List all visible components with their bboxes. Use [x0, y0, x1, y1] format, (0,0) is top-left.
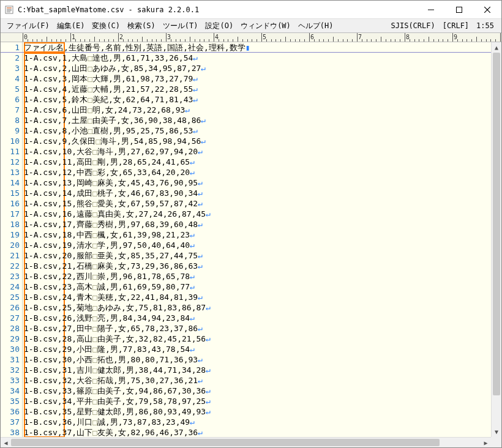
line-content[interactable]: 1-A.csv,1,大島□達也,男,61,71,33,26,54↵ [23, 53, 198, 63]
editor-line[interactable]: 191-A.csv,18,中西□楓,女,61,39,98,21,23↵ [1, 230, 491, 240]
editor-line[interactable]: 311-B.csv,30,小西□拓也,男,80,80,71,36,93↵ [1, 354, 491, 365]
editor-line[interactable]: 351-B.csv,34,平井□由美子,女,79,58,78,97,25↵ [1, 396, 491, 406]
editor-line[interactable]: 151-A.csv,14,成田□桃子,女,46,67,83,90,34↵ [1, 188, 491, 198]
menu-search[interactable]: 検索(S) [124, 20, 159, 32]
line-content[interactable]: 1-B.csv,34,平井□由美子,女,79,58,78,97,25↵ [23, 396, 211, 406]
line-content[interactable]: 1-B.csv,37,山下□友美,女,82,96,46,37,36↵ [23, 427, 203, 437]
editor-line[interactable]: 301-B.csv,29,小田□隆,男,77,83,43,78,54↵ [1, 344, 491, 354]
editor-line[interactable]: 111-A.csv,10,大谷□海斗,男,27,62,97,94,20↵ [1, 146, 491, 157]
line-content[interactable]: 1-B.csv,30,小西□拓也,男,80,80,71,36,93↵ [23, 354, 203, 365]
line-content[interactable]: 1-A.csv,8,小池□直樹,男,95,25,75,86,53↵ [23, 125, 198, 136]
editor-line[interactable]: 251-B.csv,24,青木□美穂,女,22,41,84,81,39↵ [1, 292, 491, 302]
menu-window[interactable]: ウィンドウ(W) [237, 20, 294, 32]
line-content[interactable]: 1-B.csv,24,青木□美穂,女,22,41,84,81,39↵ [23, 292, 203, 302]
scrollbar-vertical[interactable]: ▲ ▼ [491, 42, 501, 437]
editor-line[interactable]: 131-A.csv,12,中西□彩,女,65,33,64,20,20↵ [1, 167, 491, 177]
editor-line[interactable]: 21-A.csv,1,大島□達也,男,61,71,33,26,54↵ [1, 53, 491, 63]
line-content[interactable]: 1-B.csv,29,小田□隆,男,77,83,43,78,54↵ [23, 344, 195, 354]
scroll-thumb-v[interactable] [493, 53, 500, 395]
menu-edit[interactable]: 編集(E) [53, 20, 89, 32]
line-content[interactable]: 1-A.csv,10,大谷□海斗,男,27,62,97,94,20↵ [23, 146, 203, 157]
line-content[interactable]: 1-B.csv,31,吉川□健太郎,男,38,44,71,34,28↵ [23, 365, 211, 375]
line-content[interactable]: 1-A.csv,11,高田□剛,男,28,65,24,41,65↵ [23, 157, 195, 167]
menu-help[interactable]: ヘルプ(H) [294, 20, 337, 32]
scroll-left-icon[interactable]: ◀ [1, 438, 11, 448]
editor-line[interactable]: 271-B.csv,26,浅野□亮,男,84,34,94,23,84↵ [1, 313, 491, 323]
editor-line[interactable]: 291-B.csv,28,高山□由美子,女,32,82,45,21,56↵ [1, 334, 491, 344]
editor-line[interactable]: 231-B.csv,22,西川□崇,男,96,81,78,65,78↵ [1, 271, 491, 282]
line-content[interactable]: 1-B.csv,26,浅野□亮,男,84,34,94,23,84↵ [23, 313, 195, 323]
line-number: 36 [1, 406, 23, 417]
editor-line[interactable]: 321-B.csv,31,吉川□健太郎,男,38,44,71,34,28↵ [1, 365, 491, 375]
line-content[interactable]: 1-A.csv,12,中西□彩,女,65,33,64,20,20↵ [23, 167, 195, 177]
editor-line[interactable]: 1ファイル名,生徒番号,名前,性別,英語,国語,社会,理科,数学▮ [1, 42, 491, 53]
scroll-down-icon[interactable]: ▼ [492, 427, 501, 437]
window-title: C:¥bat_sapmle¥matome.csv - sakura 2.2.0.… [18, 6, 417, 14]
close-button[interactable] [473, 1, 501, 19]
line-content[interactable]: 1-A.csv,19,清水□学,男,97,50,40,64,40↵ [23, 240, 195, 250]
line-content[interactable]: 1-B.csv,36,川口□誠,男,73,87,83,23,49↵ [23, 417, 195, 427]
editor-line[interactable]: 71-A.csv,6,山田□明,女,24,73,22,68,93↵ [1, 105, 491, 115]
line-content[interactable]: 1-B.csv,23,高木□誠,男,61,69,59,80,77↵ [23, 282, 195, 292]
line-content[interactable]: 1-A.csv,2,山田□あゆみ,女,85,34,95,87,27↵ [23, 63, 206, 73]
line-content[interactable]: ファイル名,生徒番号,名前,性別,英語,国語,社会,理科,数学▮ [23, 42, 250, 52]
line-content[interactable]: 1-B.csv,28,高山□由美子,女,32,82,45,21,56↵ [23, 334, 211, 344]
scrollbar-horizontal[interactable]: ◀ ▶ [1, 437, 491, 447]
line-content[interactable]: 1-B.csv,21,石橋□麻美,女,73,29,36,86,63↵ [23, 261, 203, 271]
menu-tool[interactable]: ツール(T) [159, 20, 202, 32]
scroll-right-icon[interactable]: ▶ [481, 438, 491, 448]
editor-line[interactable]: 381-B.csv,37,山下□友美,女,82,96,46,37,36↵ [1, 427, 491, 437]
line-content[interactable]: 1-A.csv,15,熊谷□愛美,女,67,59,57,87,42↵ [23, 198, 203, 209]
status-encoding: SJIS(CRLF) [391, 21, 435, 30]
line-content[interactable]: 1-A.csv,20,服部□亜美,女,85,35,27,44,75↵ [23, 250, 203, 261]
line-content[interactable]: 1-A.csv,13,岡崎□麻美,女,45,43,76,90,95↵ [23, 177, 203, 188]
line-content[interactable]: 1-A.csv,17,齊藤□秀樹,男,97,68,39,60,48↵ [23, 219, 203, 230]
editor-line[interactable]: 281-B.csv,27,田中□陽子,女,65,78,23,37,86↵ [1, 323, 491, 334]
editor-line[interactable]: 91-A.csv,8,小池□直樹,男,95,25,75,86,53↵ [1, 125, 491, 136]
line-content[interactable]: 1-A.csv,3,岡本□大輝,男,61,98,73,27,79↵ [23, 73, 198, 84]
editor-line[interactable]: 181-A.csv,17,齊藤□秀樹,男,97,68,39,60,48↵ [1, 219, 491, 230]
line-content[interactable]: 1-A.csv,4,近藤□大輔,男,21,57,22,28,55↵ [23, 84, 198, 94]
editor-line[interactable]: 371-B.csv,36,川口□誠,男,73,87,83,23,49↵ [1, 417, 491, 427]
line-number: 28 [1, 323, 23, 334]
line-content[interactable]: 1-A.csv,9,久保田□海斗,男,54,85,98,94,56↵ [23, 136, 206, 146]
line-content[interactable]: 1-A.csv,5,鈴木□美紀,女,62,64,71,81,43↵ [23, 94, 198, 105]
editor-line[interactable]: 331-B.csv,32,大谷□拓哉,男,75,30,27,36,21↵ [1, 375, 491, 386]
editor-line[interactable]: 161-A.csv,15,熊谷□愛美,女,67,59,57,87,42↵ [1, 198, 491, 209]
editor-line[interactable]: 201-A.csv,19,清水□学,男,97,50,40,64,40↵ [1, 240, 491, 250]
editor-line[interactable]: 241-B.csv,23,高木□誠,男,61,69,59,80,77↵ [1, 282, 491, 292]
line-content[interactable]: 1-A.csv,6,山田□明,女,24,73,22,68,93↵ [23, 105, 190, 115]
editor-line[interactable]: 141-A.csv,13,岡崎□麻美,女,45,43,76,90,95↵ [1, 177, 491, 188]
editor-line[interactable]: 81-A.csv,7,土屋□由美子,女,36,90,38,48,86↵ [1, 115, 491, 125]
editor-line[interactable]: 61-A.csv,5,鈴木□美紀,女,62,64,71,81,43↵ [1, 94, 491, 105]
editor-line[interactable]: 171-A.csv,16,遠藤□真由美,女,27,24,26,87,45↵ [1, 209, 491, 219]
editor-line[interactable]: 41-A.csv,3,岡本□大輝,男,61,98,73,27,79↵ [1, 73, 491, 84]
scroll-thumb-h[interactable] [11, 439, 440, 446]
line-content[interactable]: 1-A.csv,7,土屋□由美子,女,36,90,38,48,86↵ [23, 115, 206, 125]
editor-line[interactable]: 361-B.csv,35,星野□健太郎,男,86,80,93,49,93↵ [1, 406, 491, 417]
menu-file[interactable]: ファイル(F) [3, 20, 53, 32]
line-content[interactable]: 1-B.csv,32,大谷□拓哉,男,75,30,27,36,21↵ [23, 375, 203, 386]
editor-line[interactable]: 31-A.csv,2,山田□あゆみ,女,85,34,95,87,27↵ [1, 63, 491, 73]
scroll-up-icon[interactable]: ▲ [492, 42, 501, 53]
line-content[interactable]: 1-B.csv,25,菊地□あゆみ,女,75,81,83,86,87↵ [23, 302, 211, 313]
editor-line[interactable]: 211-A.csv,20,服部□亜美,女,85,35,27,44,75↵ [1, 250, 491, 261]
editor-line[interactable]: 341-B.csv,33,篠原□由美子,女,94,86,67,30,36↵ [1, 386, 491, 396]
editor-line[interactable]: 101-A.csv,9,久保田□海斗,男,54,85,98,94,56↵ [1, 136, 491, 146]
line-content[interactable]: 1-B.csv,22,西川□崇,男,96,81,78,65,78↵ [23, 271, 195, 282]
line-content[interactable]: 1-B.csv,27,田中□陽子,女,65,78,23,37,86↵ [23, 323, 203, 334]
line-content[interactable]: 1-B.csv,35,星野□健太郎,男,86,80,93,49,93↵ [23, 406, 211, 417]
editor-line[interactable]: 261-B.csv,25,菊地□あゆみ,女,75,81,83,86,87↵ [1, 302, 491, 313]
line-content[interactable]: 1-A.csv,14,成田□桃子,女,46,67,83,90,34↵ [23, 188, 203, 198]
menu-convert[interactable]: 変換(C) [88, 20, 124, 32]
editor-line[interactable]: 121-A.csv,11,高田□剛,男,28,65,24,41,65↵ [1, 157, 491, 167]
menu-setting[interactable]: 設定(O) [201, 20, 237, 32]
line-content[interactable]: 1-B.csv,33,篠原□由美子,女,94,86,67,30,36↵ [23, 386, 211, 396]
editor-area[interactable]: 1ファイル名,生徒番号,名前,性別,英語,国語,社会,理科,数学▮21-A.cs… [1, 42, 491, 437]
editor-line[interactable]: 221-B.csv,21,石橋□麻美,女,73,29,36,86,63↵ [1, 261, 491, 271]
line-content[interactable]: 1-A.csv,16,遠藤□真由美,女,27,24,26,87,45↵ [23, 209, 211, 219]
editor-line[interactable]: 51-A.csv,4,近藤□大輔,男,21,57,22,28,55↵ [1, 84, 491, 94]
maximize-button[interactable] [445, 1, 473, 19]
minimize-button[interactable] [417, 1, 445, 19]
line-content[interactable]: 1-A.csv,18,中西□楓,女,61,39,98,21,23↵ [23, 230, 195, 240]
